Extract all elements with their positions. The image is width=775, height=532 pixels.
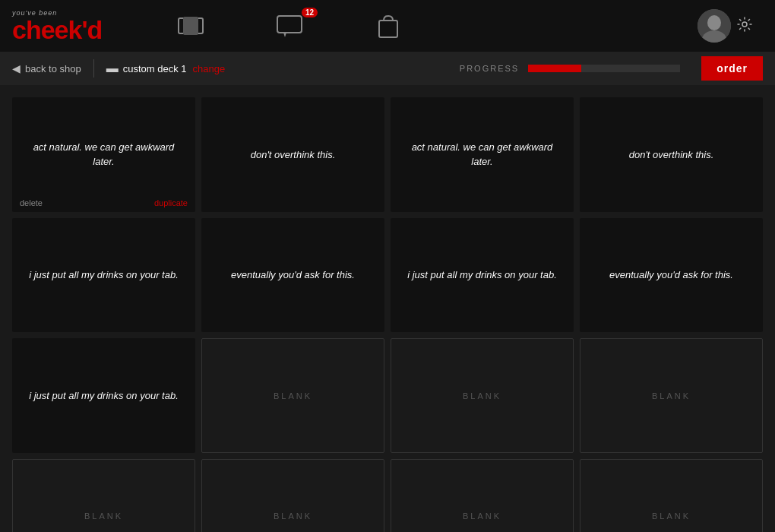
progress-bar xyxy=(528,65,680,72)
back-arrow-icon: ◀ xyxy=(12,62,21,74)
progress-area: PROGRESS order xyxy=(460,56,763,81)
logo-main: cheek'd xyxy=(12,17,141,43)
logo-accent: 'd xyxy=(81,15,102,44)
card-blank-label: BLANK xyxy=(274,391,312,401)
card-text: i just put all my drinks on your tab. xyxy=(20,258,188,292)
progress-fill xyxy=(528,65,581,72)
card-item-4[interactable]: don't overthink this. xyxy=(580,97,763,212)
card-text: don't overthink this. xyxy=(242,138,345,172)
card-item-10[interactable]: BLANK xyxy=(201,338,384,453)
card-text: i just put all my drinks on your tab. xyxy=(20,379,188,413)
card-item-2[interactable]: don't overthink this. xyxy=(201,97,384,212)
progress-label: PROGRESS xyxy=(460,64,519,73)
svg-rect-4 xyxy=(379,21,397,37)
card-text: act natural. we can get awkward later. xyxy=(391,131,574,179)
settings-button[interactable] xyxy=(737,17,752,36)
card-delete-button[interactable]: delete xyxy=(20,198,43,207)
logo: you've been cheek'd xyxy=(12,9,141,43)
avatar[interactable] xyxy=(698,9,731,43)
card-item-7[interactable]: i just put all my drinks on your tab. xyxy=(391,218,574,333)
nav-cards-button[interactable] xyxy=(141,0,240,52)
svg-rect-2 xyxy=(277,16,302,33)
svg-point-6 xyxy=(707,15,721,30)
change-deck-link[interactable]: change xyxy=(193,63,226,74)
messages-badge: 12 xyxy=(302,8,318,17)
card-item-9[interactable]: i just put all my drinks on your tab. xyxy=(12,338,195,453)
deck-icon: ▬ xyxy=(106,62,119,75)
toolbar-divider xyxy=(93,59,94,78)
card-item-6[interactable]: eventually you'd ask for this. xyxy=(201,218,384,333)
card-item-12[interactable]: BLANK xyxy=(580,338,763,453)
svg-marker-3 xyxy=(283,33,286,37)
card-item-11[interactable]: BLANK xyxy=(391,338,574,453)
logo-cheek: cheek xyxy=(12,15,81,44)
card-blank-label: BLANK xyxy=(463,391,501,401)
card-item-8[interactable]: eventually you'd ask for this. xyxy=(580,218,763,333)
header: you've been cheek'd 12 xyxy=(0,0,775,52)
user-area xyxy=(687,0,763,52)
nav-messages-button[interactable]: 12 xyxy=(240,0,339,52)
card-blank-label: BLANK xyxy=(84,511,123,521)
deck-name: custom deck 1 xyxy=(123,63,187,74)
svg-rect-1 xyxy=(183,17,198,35)
back-to-shop-link[interactable]: ◀ back to shop xyxy=(12,62,81,74)
card-text: don't overthink this. xyxy=(620,138,723,172)
bag-icon xyxy=(376,13,400,39)
cards-icon xyxy=(176,15,206,36)
card-duplicate-button[interactable]: duplicate xyxy=(154,198,188,207)
card-item-16[interactable]: BLANK xyxy=(580,459,763,532)
order-button[interactable]: order xyxy=(701,56,763,81)
svg-point-8 xyxy=(742,22,747,27)
card-blank-label: BLANK xyxy=(652,391,691,401)
card-item-15[interactable]: BLANK xyxy=(391,459,574,532)
card-text: eventually you'd ask for this. xyxy=(600,258,742,292)
toolbar: ◀ back to shop ▬ custom deck 1 change PR… xyxy=(0,52,775,85)
card-actions: deleteduplicate xyxy=(12,198,195,207)
card-item-14[interactable]: BLANK xyxy=(201,459,384,532)
messages-icon xyxy=(276,14,303,37)
card-text: i just put all my drinks on your tab. xyxy=(398,258,566,292)
back-label: back to shop xyxy=(25,63,81,74)
card-blank-label: BLANK xyxy=(652,511,691,521)
card-item-3[interactable]: act natural. we can get awkward later. xyxy=(391,97,574,212)
cards-grid: act natural. we can get awkward later.de… xyxy=(0,85,775,532)
card-text: act natural. we can get awkward later. xyxy=(12,131,195,179)
card-item-5[interactable]: i just put all my drinks on your tab. xyxy=(12,218,195,333)
card-blank-label: BLANK xyxy=(274,511,312,521)
nav-bag-button[interactable] xyxy=(339,0,438,52)
card-text: eventually you'd ask for this. xyxy=(222,258,364,292)
card-item-13[interactable]: BLANK xyxy=(12,459,195,532)
card-item-1[interactable]: act natural. we can get awkward later.de… xyxy=(12,97,195,212)
card-blank-label: BLANK xyxy=(463,511,501,521)
